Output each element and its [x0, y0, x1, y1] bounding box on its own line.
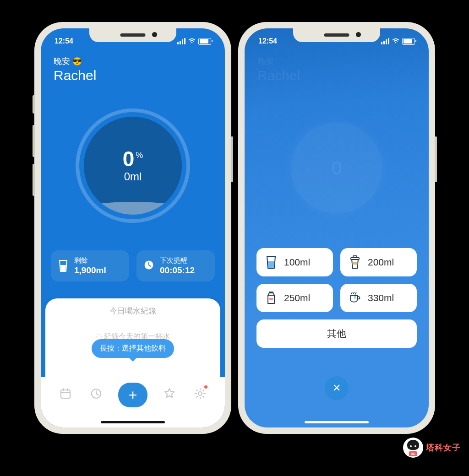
- glass-icon: [265, 255, 278, 270]
- reminder-value: 00:05:12: [160, 265, 195, 276]
- notch: [89, 28, 176, 42]
- greeting: 晚安 😎 Rachel: [54, 56, 96, 83]
- notch: [293, 28, 380, 42]
- svg-rect-1: [61, 390, 70, 398]
- power-button: [435, 136, 437, 182]
- mute-switch: [33, 95, 35, 114]
- reminder-label: 下次提醒: [160, 256, 195, 265]
- progress-dial[interactable]: 0% 0ml: [76, 108, 190, 223]
- wifi-icon: [188, 38, 196, 44]
- milk-carton-icon: [265, 291, 278, 305]
- tab-calendar[interactable]: [56, 384, 75, 403]
- tab-awards[interactable]: [160, 384, 179, 403]
- clock-icon: [143, 260, 154, 272]
- option-label: 200ml: [368, 257, 394, 268]
- remaining-card[interactable]: 剩餘 1,900ml: [51, 250, 129, 281]
- percent-symbol: %: [136, 151, 143, 159]
- phone-left: 12:54 晚安 😎 Rachel 0% 0ml: [34, 22, 231, 434]
- tea-mug-icon: [349, 291, 361, 305]
- option-label: 330ml: [368, 292, 394, 303]
- greeting-faint: 晚安 Rachel: [257, 56, 300, 83]
- power-button: [231, 136, 233, 182]
- option-100ml[interactable]: 100ml: [256, 248, 333, 276]
- user-name: Rachel: [54, 68, 96, 83]
- glass-icon: [58, 260, 69, 272]
- status-time: 12:54: [55, 37, 73, 45]
- close-button[interactable]: ✕: [325, 376, 349, 400]
- home-indicator[interactable]: [305, 421, 369, 423]
- emoji-icon: 😎: [72, 57, 82, 66]
- screen-picker: 12:54 晚安 Rachel 0 100ml: [245, 28, 429, 427]
- option-250ml[interactable]: 250ml: [256, 284, 333, 312]
- remaining-value: 1,900ml: [74, 265, 106, 276]
- option-200ml[interactable]: 200ml: [340, 248, 417, 276]
- progress-percent: 0: [123, 148, 135, 169]
- togo-cup-icon: [349, 255, 361, 270]
- log-title: 今日喝水紀錄: [45, 298, 220, 316]
- volume-up: [33, 125, 35, 157]
- option-label: 250ml: [284, 292, 310, 303]
- option-label: 其他: [327, 327, 346, 340]
- add-button[interactable]: +: [118, 383, 147, 407]
- longpress-tooltip: 長按：選擇其他飲料: [92, 339, 174, 358]
- option-label: 100ml: [284, 257, 310, 268]
- tab-bar: +: [41, 377, 225, 427]
- battery-icon: [402, 38, 415, 45]
- progress-amount: 0ml: [124, 170, 142, 183]
- drink-picker: 100ml 200ml 250ml 330ml: [256, 248, 417, 355]
- svg-point-6: [198, 392, 202, 395]
- option-330ml[interactable]: 330ml: [340, 284, 417, 312]
- cellular-icon: [177, 38, 185, 44]
- wifi-icon: [392, 38, 399, 44]
- close-icon: ✕: [333, 382, 341, 394]
- battery-icon: [198, 38, 211, 45]
- remaining-label: 剩餘: [74, 256, 106, 265]
- screen-home: 12:54 晚安 😎 Rachel 0% 0ml: [41, 28, 225, 427]
- volume-down: [33, 164, 35, 196]
- phone-right: 12:54 晚安 Rachel 0 100ml: [238, 22, 435, 434]
- home-indicator[interactable]: [101, 421, 165, 423]
- dial-core: 0% 0ml: [84, 117, 182, 215]
- watermark-text: 塔科女子: [426, 442, 461, 453]
- tab-settings[interactable]: [191, 384, 209, 403]
- tab-history[interactable]: [87, 384, 105, 403]
- greeting-text: 晚安: [54, 57, 70, 66]
- svg-rect-8: [353, 256, 357, 258]
- svg-rect-9: [353, 262, 358, 265]
- cellular-icon: [381, 38, 389, 44]
- svg-rect-12: [354, 296, 356, 298]
- avatar-icon: [403, 438, 423, 458]
- reminder-card[interactable]: 下次提醒 00:05:12: [136, 250, 215, 281]
- dial-faint: 0: [284, 115, 389, 221]
- option-other[interactable]: 其他: [256, 319, 417, 348]
- watermark: 塔科女子: [403, 438, 461, 458]
- svg-rect-10: [269, 298, 273, 300]
- notification-dot: [204, 385, 207, 389]
- status-time: 12:54: [258, 37, 277, 45]
